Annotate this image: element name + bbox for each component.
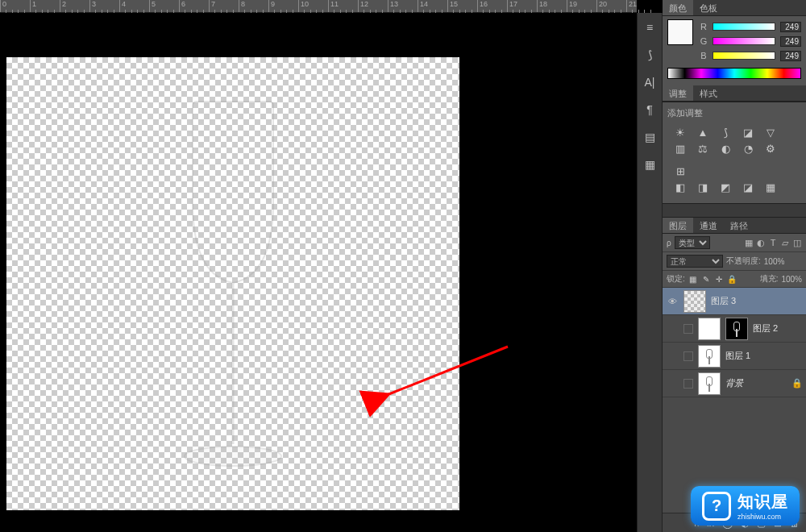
layer-mask-thumbnail[interactable]	[725, 318, 748, 340]
visibility-empty[interactable]	[683, 324, 693, 334]
ruler-horizontal: 0123456789101112131415161718192021	[0, 0, 637, 13]
adj-threshold-icon[interactable]: ◩	[719, 181, 732, 193]
opacity-label: 不透明度:	[726, 256, 761, 267]
adj-photo-filter-icon[interactable]: ◔	[742, 142, 754, 155]
color-value[interactable]: 249	[780, 51, 801, 61]
color-slider[interactable]	[713, 37, 775, 45]
tab-styles[interactable]: 样式	[693, 85, 724, 101]
tab-color[interactable]: 颜色	[663, 0, 693, 15]
watermark-title: 知识屋	[737, 491, 788, 513]
adj-lookup-icon[interactable]: ⊞	[674, 164, 687, 177]
color-channel-r: R249	[700, 19, 801, 34]
adj-hue-icon[interactable]: ▥	[674, 142, 687, 155]
color-slider[interactable]	[713, 23, 775, 31]
canvas-area[interactable]	[0, 13, 637, 532]
adj-levels-icon[interactable]: ▲	[696, 126, 709, 139]
color-label: B	[700, 51, 708, 60]
visibility-empty[interactable]	[683, 351, 693, 361]
adj-selective-icon[interactable]: ▦	[764, 181, 777, 193]
fill-value[interactable]: 100%	[781, 275, 802, 284]
layer-thumbnail[interactable]	[698, 345, 721, 368]
adj-mixer-icon[interactable]: ⚙	[764, 142, 777, 155]
color-label: G	[700, 36, 708, 46]
color-label: R	[700, 22, 708, 31]
filter-adjust-icon[interactable]: ◐	[756, 238, 766, 247]
adjustments-panel: 添加调整 ☀ ▲ ⟆ ◪ ▽ ▥ ⚖ ◐ ◔ ⚙ ⊞ ◧ ◨ ◩ ◪ ▦	[663, 102, 806, 203]
layer-thumbnail[interactable]	[698, 318, 721, 340]
tab-adjustments[interactable]: 调整	[663, 85, 693, 101]
wine-glass-artwork	[152, 98, 314, 484]
color-slider[interactable]	[713, 52, 775, 60]
adj-bw-icon[interactable]: ◐	[719, 142, 732, 155]
adj-gradient-icon[interactable]: ◪	[742, 181, 754, 193]
artboard-checkerboard[interactable]	[6, 57, 459, 510]
layer-name[interactable]: 图层 3	[711, 295, 736, 307]
right-panels: 颜色 色板 R249G249B249 调整 样式 添加调整 ☀ ▲ ⟆ ◪ ▽ …	[663, 0, 806, 532]
adj-invert-icon[interactable]: ◧	[674, 181, 687, 193]
layer-row[interactable]: 👁图层 3	[663, 288, 806, 315]
visibility-toggle-icon[interactable]: 👁	[666, 297, 679, 306]
color-value[interactable]: 249	[780, 36, 801, 47]
tab-swatches[interactable]: 色板	[693, 0, 724, 15]
toolbar-brush-icon[interactable]: ⟆	[642, 47, 658, 63]
toolbar-paragraph-icon[interactable]: ¶	[642, 102, 658, 118]
tab-layers[interactable]: 图层	[663, 218, 693, 233]
color-panel: R249G249B249	[663, 16, 806, 85]
filter-shape-icon[interactable]: ▱	[780, 238, 790, 247]
filter-type-icon[interactable]: T	[768, 238, 778, 247]
toolbar-panel2-icon[interactable]: ▦	[642, 156, 658, 172]
adjustments-panel-tabs: 调整 样式	[663, 85, 806, 102]
foreground-color-box[interactable]	[667, 19, 693, 45]
layer-name[interactable]: 背景	[725, 377, 743, 389]
color-spectrum[interactable]	[667, 68, 801, 79]
panel-separator	[663, 203, 806, 218]
lock-icon: 🔒	[791, 378, 803, 389]
layer-list: 👁图层 3图层 2图层 1背景🔒	[663, 288, 806, 513]
lock-position-icon[interactable]: ✛	[714, 275, 724, 284]
blend-mode-select[interactable]: 正常	[667, 255, 723, 268]
watermark-icon: ?	[702, 492, 731, 521]
opacity-value[interactable]: 100%	[764, 257, 785, 266]
tab-channels[interactable]: 通道	[693, 218, 724, 233]
vertical-toolbar: ≡ ⟆ A| ¶ ▤ ▦	[637, 13, 663, 532]
layers-panel-tabs: 图层 通道 路径	[663, 218, 806, 234]
toolbar-panel1-icon[interactable]: ▤	[642, 129, 658, 145]
watermark-url: zhishiwu.com	[737, 513, 788, 521]
color-channel-b: B249	[700, 48, 801, 63]
adjustments-title: 添加调整	[667, 106, 801, 124]
color-value[interactable]: 249	[780, 22, 801, 32]
layer-name[interactable]: 图层 2	[753, 322, 778, 335]
filter-smart-icon[interactable]: ◫	[792, 238, 802, 247]
layer-thumbnail[interactable]	[683, 290, 706, 313]
svg-point-2	[185, 447, 281, 466]
color-panel-tabs: 颜色 色板	[663, 0, 806, 16]
lock-label: 锁定:	[667, 273, 685, 285]
toolbar-ruler-icon[interactable]: ≡	[642, 19, 658, 35]
adj-brightness-icon[interactable]: ☀	[674, 126, 687, 139]
filter-pixel-icon[interactable]: ▦	[744, 238, 754, 247]
layer-thumbnail[interactable]	[698, 372, 721, 395]
lock-transparency-icon[interactable]: ▦	[688, 275, 698, 284]
adj-exposure-icon[interactable]: ◪	[742, 126, 754, 139]
watermark-logo: ? 知识屋 zhishiwu.com	[691, 486, 800, 526]
layer-row[interactable]: 图层 1	[663, 343, 806, 370]
layer-row[interactable]: 背景🔒	[663, 370, 806, 397]
adj-curves-icon[interactable]: ⟆	[719, 126, 732, 139]
layer-name[interactable]: 图层 1	[725, 350, 750, 362]
lock-all-icon[interactable]: 🔒	[727, 275, 737, 284]
tab-paths[interactable]: 路径	[724, 218, 754, 233]
layer-filter-select[interactable]: 类型	[675, 236, 710, 249]
fill-label: 填充:	[760, 273, 779, 285]
color-channel-g: G249	[700, 34, 801, 48]
toolbar-text-icon[interactable]: A|	[642, 74, 658, 90]
adj-vibrance-icon[interactable]: ▽	[764, 126, 777, 139]
adj-balance-icon[interactable]: ⚖	[696, 142, 709, 155]
adj-posterize-icon[interactable]: ◨	[696, 181, 709, 193]
visibility-empty[interactable]	[683, 379, 693, 389]
layer-row[interactable]: 图层 2	[663, 315, 806, 343]
lock-pixels-icon[interactable]: ✎	[701, 275, 711, 284]
